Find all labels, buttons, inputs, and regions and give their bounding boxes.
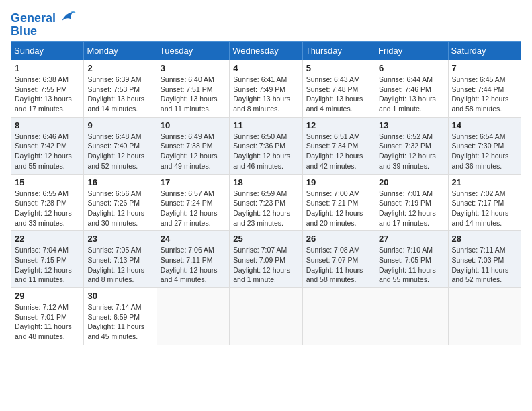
calendar-cell: 16 Sunrise: 6:56 AM Sunset: 7:26 PM Dayl… [84,174,157,231]
day-info: Sunrise: 7:05 AM Sunset: 7:13 PM Dayligh… [87,245,152,285]
day-number: 10 [161,120,226,130]
day-info: Sunrise: 7:12 AM Sunset: 7:01 PM Dayligh… [15,302,80,342]
calendar-week-row: 8 Sunrise: 6:46 AM Sunset: 7:42 PM Dayli… [11,117,521,174]
day-info: Sunrise: 7:04 AM Sunset: 7:15 PM Dayligh… [15,245,80,285]
day-number: 2 [87,63,152,73]
day-header-friday: Friday [375,42,448,60]
day-number: 6 [379,63,444,73]
day-info: Sunrise: 7:07 AM Sunset: 7:09 PM Dayligh… [233,245,298,285]
day-number: 5 [306,63,371,73]
day-number: 26 [306,234,371,244]
calendar-cell: 15 Sunrise: 6:55 AM Sunset: 7:28 PM Dayl… [11,174,84,231]
day-info: Sunrise: 6:49 AM Sunset: 7:38 PM Dayligh… [161,132,226,171]
calendar-header-row: SundayMondayTuesdayWednesdayThursdayFrid… [11,42,521,60]
day-info: Sunrise: 6:38 AM Sunset: 7:55 PM Dayligh… [15,75,80,114]
day-info: Sunrise: 6:39 AM Sunset: 7:53 PM Dayligh… [87,75,152,114]
day-info: Sunrise: 6:54 AM Sunset: 7:30 PM Dayligh… [452,132,517,171]
day-number: 22 [15,234,80,244]
calendar-cell: 4 Sunrise: 6:41 AM Sunset: 7:49 PM Dayli… [230,60,302,118]
day-info: Sunrise: 6:46 AM Sunset: 7:42 PM Dayligh… [15,132,80,171]
day-info: Sunrise: 7:00 AM Sunset: 7:21 PM Dayligh… [306,189,371,228]
day-number: 14 [452,120,517,130]
day-info: Sunrise: 6:40 AM Sunset: 7:51 PM Dayligh… [161,75,226,114]
day-number: 3 [161,63,226,73]
day-header-monday: Monday [84,42,157,60]
day-info: Sunrise: 6:55 AM Sunset: 7:28 PM Dayligh… [15,189,80,228]
day-info: Sunrise: 6:48 AM Sunset: 7:40 PM Dayligh… [87,132,152,171]
day-number: 11 [233,120,298,130]
day-info: Sunrise: 6:56 AM Sunset: 7:26 PM Dayligh… [87,189,152,228]
calendar-cell [302,288,375,345]
calendar-cell [157,288,229,345]
day-info: Sunrise: 7:02 AM Sunset: 7:17 PM Dayligh… [452,189,517,228]
calendar-cell [448,288,521,345]
day-info: Sunrise: 7:08 AM Sunset: 7:07 PM Dayligh… [306,245,371,285]
calendar-cell: 18 Sunrise: 6:59 AM Sunset: 7:23 PM Dayl… [230,174,302,231]
logo-bird-icon [57,8,76,27]
calendar-cell [230,288,302,345]
day-header-sunday: Sunday [11,42,84,60]
day-info: Sunrise: 7:01 AM Sunset: 7:19 PM Dayligh… [379,189,444,228]
calendar-cell: 13 Sunrise: 6:52 AM Sunset: 7:32 PM Dayl… [375,117,448,174]
day-info: Sunrise: 7:10 AM Sunset: 7:05 PM Dayligh… [379,245,444,285]
day-number: 28 [452,234,517,244]
calendar-week-row: 29 Sunrise: 7:12 AM Sunset: 7:01 PM Dayl… [11,288,521,345]
day-number: 18 [233,177,298,187]
day-number: 12 [306,120,371,130]
calendar-cell: 10 Sunrise: 6:49 AM Sunset: 7:38 PM Dayl… [157,117,229,174]
calendar-cell: 29 Sunrise: 7:12 AM Sunset: 7:01 PM Dayl… [11,288,84,345]
day-header-tuesday: Tuesday [157,42,229,60]
day-number: 24 [161,234,226,244]
calendar-cell: 17 Sunrise: 6:57 AM Sunset: 7:24 PM Dayl… [157,174,229,231]
calendar-week-row: 15 Sunrise: 6:55 AM Sunset: 7:28 PM Dayl… [11,174,521,231]
calendar-cell: 20 Sunrise: 7:01 AM Sunset: 7:19 PM Dayl… [375,174,448,231]
day-info: Sunrise: 7:11 AM Sunset: 7:03 PM Dayligh… [452,245,517,285]
day-info: Sunrise: 7:06 AM Sunset: 7:11 PM Dayligh… [161,245,226,285]
day-info: Sunrise: 7:14 AM Sunset: 6:59 PM Dayligh… [87,302,152,342]
day-number: 9 [87,120,152,130]
calendar-cell: 26 Sunrise: 7:08 AM Sunset: 7:07 PM Dayl… [302,231,375,288]
calendar-cell: 28 Sunrise: 7:11 AM Sunset: 7:03 PM Dayl… [448,231,521,288]
calendar-cell: 6 Sunrise: 6:44 AM Sunset: 7:46 PM Dayli… [375,60,448,118]
logo-text: General [11,12,56,26]
calendar-cell: 23 Sunrise: 7:05 AM Sunset: 7:13 PM Dayl… [84,231,157,288]
logo: General Blue [11,11,76,38]
day-info: Sunrise: 6:45 AM Sunset: 7:44 PM Dayligh… [452,75,517,114]
calendar-cell: 12 Sunrise: 6:51 AM Sunset: 7:34 PM Dayl… [302,117,375,174]
calendar-cell [375,288,448,345]
page-header: General Blue [11,11,521,38]
day-number: 8 [15,120,80,130]
day-number: 27 [379,234,444,244]
day-number: 15 [15,177,80,187]
day-number: 13 [379,120,444,130]
calendar-cell: 22 Sunrise: 7:04 AM Sunset: 7:15 PM Dayl… [11,231,84,288]
calendar-cell: 9 Sunrise: 6:48 AM Sunset: 7:40 PM Dayli… [84,117,157,174]
calendar-cell: 30 Sunrise: 7:14 AM Sunset: 6:59 PM Dayl… [84,288,157,345]
day-number: 7 [452,63,517,73]
calendar-cell: 27 Sunrise: 7:10 AM Sunset: 7:05 PM Dayl… [375,231,448,288]
calendar-cell: 14 Sunrise: 6:54 AM Sunset: 7:30 PM Dayl… [448,117,521,174]
calendar-cell: 21 Sunrise: 7:02 AM Sunset: 7:17 PM Dayl… [448,174,521,231]
day-number: 30 [87,291,152,301]
day-number: 4 [233,63,298,73]
day-number: 29 [15,291,80,301]
day-info: Sunrise: 6:51 AM Sunset: 7:34 PM Dayligh… [306,132,371,171]
day-info: Sunrise: 6:57 AM Sunset: 7:24 PM Dayligh… [161,189,226,228]
day-header-wednesday: Wednesday [230,42,302,60]
day-number: 19 [306,177,371,187]
day-info: Sunrise: 6:44 AM Sunset: 7:46 PM Dayligh… [379,75,444,114]
calendar-cell: 3 Sunrise: 6:40 AM Sunset: 7:51 PM Dayli… [157,60,229,118]
calendar-cell: 1 Sunrise: 6:38 AM Sunset: 7:55 PM Dayli… [11,60,84,118]
day-header-thursday: Thursday [302,42,375,60]
day-number: 21 [452,177,517,187]
day-number: 17 [161,177,226,187]
day-number: 1 [15,63,80,73]
calendar-table: SundayMondayTuesdayWednesdayThursdayFrid… [11,41,521,345]
calendar-week-row: 1 Sunrise: 6:38 AM Sunset: 7:55 PM Dayli… [11,60,521,118]
day-number: 25 [233,234,298,244]
calendar-cell: 7 Sunrise: 6:45 AM Sunset: 7:44 PM Dayli… [448,60,521,118]
day-number: 20 [379,177,444,187]
day-info: Sunrise: 6:50 AM Sunset: 7:36 PM Dayligh… [233,132,298,171]
calendar-cell: 24 Sunrise: 7:06 AM Sunset: 7:11 PM Dayl… [157,231,229,288]
day-info: Sunrise: 6:43 AM Sunset: 7:48 PM Dayligh… [306,75,371,114]
